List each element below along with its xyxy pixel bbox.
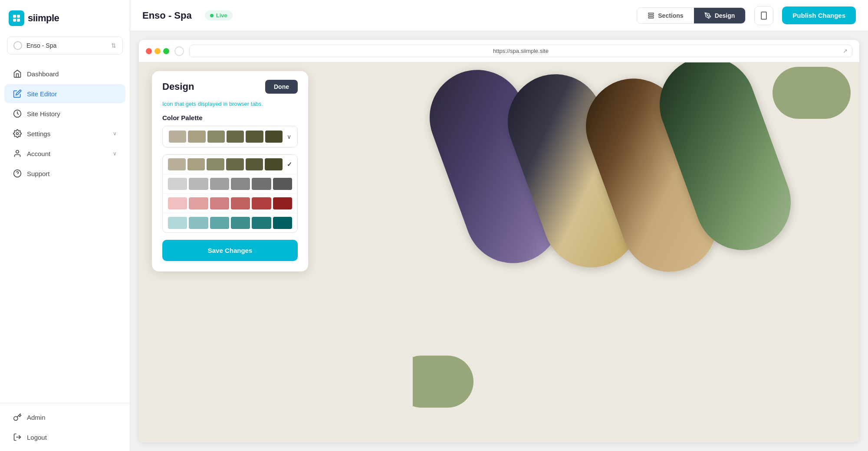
sidebar: siimple Enso - Spa ⇅ Dashboard Site Edit… xyxy=(0,0,130,451)
nav-item-support[interactable]: Support xyxy=(4,164,125,183)
gray-palette-preview xyxy=(168,178,292,190)
svg-rect-3 xyxy=(17,19,20,22)
t-swatch-6 xyxy=(273,217,292,229)
e-swatch-2 xyxy=(187,158,205,170)
r-swatch-6 xyxy=(273,197,292,209)
nav-item-site-history[interactable]: Site History xyxy=(4,104,125,123)
g-swatch-3 xyxy=(210,178,229,190)
svg-point-13 xyxy=(707,15,708,16)
nav-label-logout: Logout xyxy=(27,434,117,441)
design-panel: Design Done Icon that gets displayed in … xyxy=(152,71,308,271)
palette-dropdown: ✓ xyxy=(162,154,298,233)
done-button[interactable]: Done xyxy=(265,80,298,94)
mobile-preview-button[interactable] xyxy=(754,6,773,25)
palette-option-teal[interactable] xyxy=(163,213,297,232)
help-icon xyxy=(13,169,22,178)
design-icon xyxy=(704,12,711,19)
e-swatch-3 xyxy=(207,158,224,170)
t-swatch-5 xyxy=(252,217,271,229)
r-swatch-2 xyxy=(189,197,208,209)
browser-bar: https://spa.siimple.site ↗ xyxy=(139,40,859,62)
e-swatch-4 xyxy=(226,158,244,170)
key-icon xyxy=(13,413,22,422)
logo-icon xyxy=(9,10,24,26)
nav-label-account: Account xyxy=(27,150,108,157)
tab-design[interactable]: Design xyxy=(694,8,746,23)
mobile-icon xyxy=(760,11,768,20)
g-swatch-6 xyxy=(273,178,292,190)
palette-option-rose[interactable] xyxy=(163,194,297,213)
g-swatch-4 xyxy=(231,178,250,190)
nav-item-admin[interactable]: Admin xyxy=(4,408,125,427)
palette-option-earth[interactable]: ✓ xyxy=(163,155,297,174)
panel-header: Design Done xyxy=(152,71,308,101)
live-badge-text: Live xyxy=(216,12,227,19)
svg-rect-1 xyxy=(17,15,20,18)
svg-rect-12 xyxy=(648,17,654,18)
swatch-6 xyxy=(265,131,283,143)
selected-palette-preview xyxy=(169,131,283,143)
site-selector-icon xyxy=(13,41,22,50)
browser-content: Design Done Icon that gets displayed in … xyxy=(139,62,859,442)
minimize-dot xyxy=(155,48,161,54)
tab-buttons: Sections Design xyxy=(637,7,746,24)
rose-palette-preview xyxy=(168,197,292,209)
olive-accent-shape-2 xyxy=(773,67,851,119)
t-swatch-3 xyxy=(210,217,229,229)
spa-illustration xyxy=(413,62,859,442)
browser-loader-icon xyxy=(174,46,184,56)
panel-subtitle: Icon that gets displayed in browser tabs… xyxy=(152,101,308,114)
palette-option-gray[interactable] xyxy=(163,174,297,194)
svg-rect-14 xyxy=(761,12,766,19)
external-link-icon: ↗ xyxy=(843,48,848,54)
swatch-1 xyxy=(169,131,186,143)
nav-item-dashboard[interactable]: Dashboard xyxy=(4,64,125,83)
settings-icon xyxy=(13,129,22,138)
swatch-2 xyxy=(188,131,205,143)
url-bar[interactable]: https://spa.siimple.site ↗ xyxy=(189,45,852,57)
r-swatch-1 xyxy=(168,197,187,209)
swatch-3 xyxy=(207,131,225,143)
edit-icon xyxy=(13,89,22,98)
settings-chevron-icon: ∨ xyxy=(113,131,117,137)
panel-title: Design xyxy=(162,81,194,92)
nav-label-dashboard: Dashboard xyxy=(27,70,117,78)
site-selector-chevron: ⇅ xyxy=(111,42,116,49)
logo-area: siimple xyxy=(0,0,130,36)
account-chevron-icon: ∨ xyxy=(113,150,117,157)
nav-item-settings[interactable]: Settings ∨ xyxy=(4,124,125,143)
color-palette-selector[interactable]: ∨ xyxy=(162,126,298,147)
t-swatch-4 xyxy=(231,217,250,229)
live-badge: Live xyxy=(205,10,233,20)
tab-design-label: Design xyxy=(715,12,735,19)
nav-item-site-editor[interactable]: Site Editor xyxy=(4,84,125,103)
window-controls xyxy=(146,48,169,54)
site-selector-name: Enso - Spa xyxy=(26,42,107,49)
nav-label-admin: Admin xyxy=(27,414,117,421)
t-swatch-1 xyxy=(168,217,187,229)
earth-checkmark-icon: ✓ xyxy=(287,161,292,168)
r-swatch-3 xyxy=(210,197,229,209)
site-title: Enso - Spa xyxy=(142,10,192,21)
palette-dropdown-arrow: ∨ xyxy=(287,133,291,140)
publish-button[interactable]: Publish Changes xyxy=(782,7,856,24)
sections-icon xyxy=(648,12,654,19)
r-swatch-5 xyxy=(252,197,271,209)
nav-item-account[interactable]: Account ∨ xyxy=(4,144,125,163)
svg-rect-0 xyxy=(13,15,16,18)
user-icon xyxy=(13,149,22,158)
site-selector[interactable]: Enso - Spa ⇅ xyxy=(7,36,123,55)
tab-sections[interactable]: Sections xyxy=(637,8,694,23)
clock-icon xyxy=(13,109,22,118)
g-swatch-5 xyxy=(252,178,271,190)
save-changes-button[interactable]: Save Changes xyxy=(162,240,298,261)
nav-item-logout[interactable]: Logout xyxy=(4,428,125,447)
t-swatch-2 xyxy=(189,217,208,229)
r-swatch-4 xyxy=(231,197,250,209)
nav-label-settings: Settings xyxy=(27,130,108,137)
svg-rect-11 xyxy=(648,15,654,16)
home-icon xyxy=(13,69,22,78)
nav-label-site-editor: Site Editor xyxy=(27,90,117,98)
svg-rect-2 xyxy=(13,19,16,22)
live-dot-icon xyxy=(210,14,214,17)
